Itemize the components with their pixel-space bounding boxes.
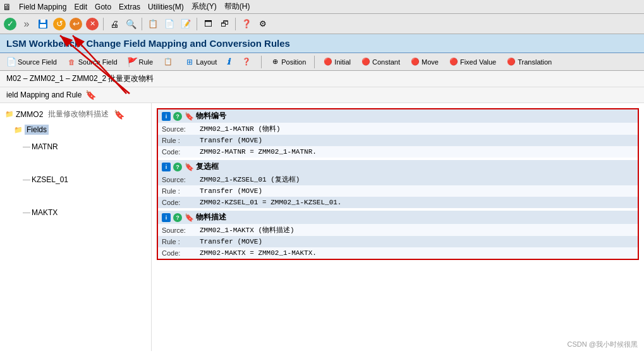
tree-node-kzsel01[interactable]: KZSEL_01 — [0, 175, 151, 185]
field-value-matnr-rule: Transfer (MOVE) — [200, 137, 262, 144]
detail-panel: i ? 🔖 物料编号 Source: ZMM02_1-MATNR (物料) Ru… — [152, 103, 644, 351]
info-icon-maktx: i — [162, 213, 171, 222]
tb2-doc[interactable]: 📋 — [159, 55, 178, 69]
breadcrumb: M02 – ZMM02_1 – ZMM02_2 批量更改物料 — [0, 71, 644, 87]
folder-icon-zmmo2: 📁 — [5, 110, 14, 119]
field-label-matnr-code: Code: — [162, 148, 200, 156]
window-button[interactable]: 🗖 — [200, 16, 216, 32]
tree-label-matnr: MATNR — [32, 142, 58, 151]
undo-button[interactable]: ↩ — [68, 16, 83, 32]
tb2-fixed-value-label: Fixed Value — [460, 58, 496, 66]
bookmark-icon-zmmo2: 🔖 — [114, 109, 125, 120]
tb2-translation[interactable]: 🔴 Translation — [502, 55, 556, 69]
question-icon2: ❓ — [241, 57, 252, 67]
menu-goto[interactable]: Goto — [95, 3, 111, 11]
field-label-maktx-code: Code: — [162, 249, 200, 257]
tb2-move[interactable]: 🔴 Move — [406, 55, 442, 69]
tb2-rule[interactable]: 🚩 Rule — [124, 55, 157, 69]
field-title-matnr: 物料编号 — [196, 111, 226, 121]
menu-system[interactable]: 系统(Y) — [191, 1, 217, 12]
field-row-matnr-source: Source: ZMM02_1-MATNR (物料) — [158, 123, 638, 135]
watermark: CSDN @我小时候很黑 — [568, 340, 638, 349]
tb2-info[interactable]: ℹ — [223, 55, 235, 68]
initial-icon: 🔴 — [323, 57, 333, 67]
menu-utilities[interactable]: Utilities(M) — [148, 3, 184, 11]
copy-button[interactable]: 📋 — [145, 16, 161, 32]
tree-node-zmmo2[interactable]: 📁 ZMMO2 批量修改物料描述 🔖 — [0, 108, 151, 120]
menu-icon: 🖥 — [3, 2, 11, 12]
field-value-matnr-code: ZMM02-MATNR = ZMM02_1-MATNR. — [200, 148, 317, 156]
move-icon: 🔴 — [410, 57, 420, 67]
window2-button[interactable]: 🗗 — [217, 16, 232, 32]
fm-header-text: ield Mapping and Rule — [6, 90, 82, 99]
print-button[interactable]: 🖨 — [107, 16, 122, 32]
svg-rect-2 — [40, 24, 46, 28]
back-button[interactable]: ✓ — [3, 16, 18, 32]
field-value-matnr-source: ZMM02_1-MATNR (物料) — [200, 124, 281, 133]
save-button[interactable] — [35, 16, 51, 32]
new-button[interactable]: 📝 — [178, 16, 193, 32]
field-row-matnr-code: Code: ZMM02-MATNR = ZMM02_1-MATNR. — [158, 146, 638, 158]
field-value-kzsel01-code: ZMM02-KZSEL_01 = ZMM02_1-KZSEL_01. — [200, 199, 341, 206]
info-icon-matnr: i — [162, 112, 171, 121]
field-row-kzsel01-rule: Rule : Transfer (MOVE) — [158, 185, 638, 197]
tb2-initial[interactable]: 🔴 Initial — [319, 55, 355, 69]
tb2-constant[interactable]: 🔴 Constant — [357, 55, 404, 69]
tb2-layout-label: Layout — [196, 58, 217, 66]
rule-icon: 🚩 — [128, 57, 138, 67]
tb2-constant-label: Constant — [372, 58, 400, 66]
menu-bar: 🖥 Field Mapping Edit Goto Extras Utiliti… — [0, 0, 644, 14]
delete-source-icon: 🗑 — [67, 57, 77, 67]
tb2-source-fields[interactable]: 📄 Source Field — [3, 55, 61, 69]
fm-header: ield Mapping and Rule 🔖 — [0, 87, 644, 103]
tb2-question[interactable]: ❓ — [238, 55, 257, 69]
tb2-move-label: Move — [422, 58, 439, 66]
tb2-source-label2: Source Field — [78, 58, 118, 66]
toolbar-separator-3 — [197, 18, 197, 30]
toolbar2-sep2 — [314, 56, 315, 68]
field-row-matnr-rule: Rule : Transfer (MOVE) — [158, 135, 638, 146]
tree-node-fields[interactable]: 📁 Fields — [0, 124, 151, 135]
field-label-kzsel01-rule: Rule : — [162, 187, 200, 195]
refresh-button[interactable]: ↺ — [52, 16, 67, 32]
field-header-matnr: i ? 🔖 物料编号 — [158, 109, 638, 123]
field-row-maktx-code: Code: ZMM02-MAKTX = ZMM02_1-MAKTX. — [158, 247, 638, 259]
field-row-maktx-source: Source: ZMM02_1-MAKTX (物料描述) — [158, 224, 638, 236]
field-value-maktx-source: ZMM02_1-MAKTX (物料描述) — [200, 225, 295, 235]
field-title-maktx: 物料描述 — [196, 212, 226, 223]
info-icon-kzsel01: i — [162, 163, 171, 171]
doc-icon: 📋 — [163, 57, 173, 67]
tb2-position[interactable]: ⊕ Position — [266, 55, 310, 69]
tb2-rule-label: Rule — [139, 58, 154, 66]
field-block: i ? 🔖 物料编号 Source: ZMM02_1-MATNR (物料) Ru… — [157, 108, 639, 260]
watermark-text: CSDN @我小时候很黑 — [568, 340, 638, 348]
tree-label-zmmo2: ZMMO2 — [16, 110, 43, 119]
menu-field-mapping[interactable]: Field Mapping — [19, 3, 66, 11]
tb2-fixed-value[interactable]: 🔴 Fixed Value — [445, 55, 500, 69]
field-row-kzsel01-code: Code: ZMM02-KZSEL_01 = ZMM02_1-KZSEL_01. — [158, 197, 638, 208]
menu-extras[interactable]: Extras — [119, 3, 140, 11]
question-icon-kzsel01: ? — [173, 163, 182, 171]
find-button[interactable]: 🔍 — [123, 16, 138, 32]
question-icon-matnr: ? — [173, 112, 182, 121]
menu-edit[interactable]: Edit — [74, 3, 87, 11]
tree-node-maktx[interactable]: MAKTX — [0, 207, 151, 218]
forward-button[interactable]: » — [19, 16, 34, 32]
tree-label-kzsel01: KZSEL_01 — [32, 175, 68, 184]
help-button[interactable]: ❓ — [239, 16, 254, 32]
position-icon: ⊕ — [270, 57, 280, 67]
fixed-value-icon: 🔴 — [449, 57, 459, 67]
translation-icon: 🔴 — [506, 57, 516, 67]
constant-icon: 🔴 — [361, 57, 371, 67]
settings-button[interactable]: ⚙ — [255, 16, 270, 32]
tb2-layout[interactable]: ⊞ Layout — [181, 55, 221, 69]
field-label-kzsel01-source: Source: — [162, 176, 200, 183]
toolbar-separator-1 — [103, 18, 104, 30]
field-label-maktx-rule: Rule : — [162, 238, 200, 245]
toolbar-separator-2 — [142, 18, 142, 30]
menu-help[interactable]: 帮助(H) — [224, 1, 250, 12]
tb2-source-fields2[interactable]: 🗑 Source Field — [63, 55, 121, 69]
stop-button[interactable]: ✕ — [85, 16, 100, 32]
tree-node-matnr[interactable]: MATNR — [0, 142, 151, 152]
paste-button[interactable]: 📄 — [162, 16, 177, 32]
